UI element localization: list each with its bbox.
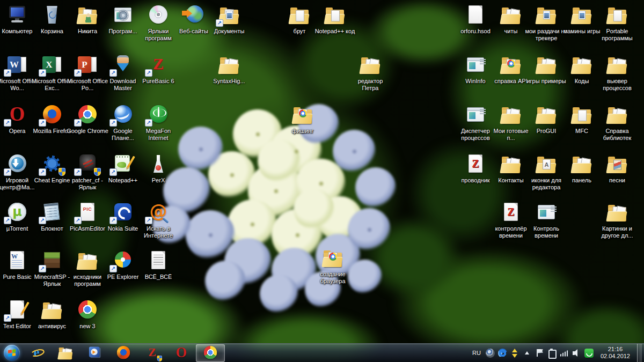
shortcut-arrow-icon: ↗: [39, 217, 46, 224]
shortcut-arrow-icon: ↗: [74, 217, 82, 224]
wininfo-icon: [464, 54, 487, 76]
provodnik-icon: Z: [464, 153, 487, 175]
desktop-icon-perx[interactable]: PerX: [137, 153, 180, 184]
desktop-icon-portable-programs[interactable]: Portable программы: [596, 4, 639, 42]
taskbar-chrome-button[interactable]: [196, 344, 225, 362]
explorer-icon: [57, 345, 74, 361]
moms-games-icon: [570, 4, 594, 26]
desktop-icon-label: Искать в Интернете: [137, 225, 180, 239]
desktop-icon-songs-folder[interactable]: песни: [596, 153, 639, 184]
desktop-icon-label: песни: [596, 177, 639, 184]
taskbar-ie-button[interactable]: e: [22, 344, 51, 362]
desktop-icon-library-help-folder[interactable]: Справка библиотек: [596, 104, 639, 142]
sources-folder-icon: [76, 250, 99, 271]
brut-folder-icon: [288, 4, 311, 26]
desktop-icon-label: Контроль времени: [525, 225, 568, 239]
shortcut-arrow-icon: ↗: [74, 69, 82, 77]
tray-ph-icon[interactable]: [584, 349, 594, 358]
shortcut-arrow-icon: ↗: [109, 265, 117, 272]
text-editor-icon: ↗: [5, 299, 29, 321]
perx-icon: [147, 153, 170, 175]
tray-cam-icon[interactable]: [486, 349, 495, 358]
tray-updown-icon[interactable]: [510, 349, 519, 358]
taskbar-opera-button[interactable]: O: [167, 344, 196, 362]
shortcut-arrow-icon: ↗: [4, 217, 11, 224]
desktop-icon-label: Portable программы: [596, 28, 639, 42]
program-shortcuts-icon: [147, 4, 170, 26]
chrome-icon: ↗: [76, 104, 99, 125]
desktop-icon-megafon-internet[interactable]: ↗ MegaFon Internet: [137, 104, 180, 142]
picasmeditor-icon: PIC↗: [76, 202, 99, 223]
shortcut-arrow-icon: ↗: [39, 119, 46, 127]
desktop-icon-pictures-folder[interactable]: Картинки и другое дл...: [596, 202, 639, 239]
desktop-icon-label: фишинг: [281, 128, 324, 135]
desktop-icon-process-viewer-folder[interactable]: вьювер процессов: [596, 54, 639, 92]
nikita-folder-icon: [76, 4, 99, 26]
desktop-icon-petr-editor-folder[interactable]: редактор Петра: [349, 54, 392, 92]
tray-icons: [486, 349, 594, 358]
shortcut-arrow-icon: ↗: [39, 69, 46, 77]
desktop-icon-time-control[interactable]: Контроль времени: [525, 202, 568, 239]
clock[interactable]: 21:16 02.04.2012: [597, 346, 634, 360]
desktop-icon-label: PerX: [137, 177, 180, 184]
shortcut-arrow-icon: ↗: [74, 119, 82, 127]
show-desktop-button[interactable]: [637, 344, 642, 362]
tray-caret-icon[interactable]: [523, 349, 532, 358]
shortcut-arrow-icon: ↗: [109, 69, 117, 77]
taskbar-firefox-button[interactable]: [109, 344, 138, 362]
shortcut-arrow-icon: ↗: [145, 119, 152, 127]
shortcut-arrow-icon: ↗: [39, 265, 46, 272]
patcher-cf-icon: ↗: [76, 153, 99, 175]
tray-clip-icon[interactable]: [547, 349, 557, 358]
tray-sig-icon[interactable]: [560, 349, 569, 358]
shortcut-arrow-icon: ↗: [4, 119, 11, 127]
my-tracker-uploads-icon: [535, 4, 558, 26]
nokia-suite-icon: ↗: [111, 202, 135, 223]
process-manager-icon: [464, 104, 487, 125]
pictures-folder-icon: [605, 202, 629, 223]
taskbar-buttons: eZO: [22, 344, 225, 362]
taskbar-wmp-button[interactable]: [80, 344, 109, 362]
desktop-icon-label: PureBasic 6: [137, 78, 180, 85]
desktop-icon-vse-vse-file[interactable]: ВСЁ_ВСЁ: [137, 250, 180, 280]
desktop-icon-label: ВСЁ_ВСЁ: [137, 274, 180, 280]
desktop-icon-notepad-code-folder[interactable]: Notepad++ код: [313, 4, 356, 35]
websites-icon: [182, 4, 206, 26]
shortcut-arrow-icon: ↗: [4, 314, 11, 322]
desktop-icon-phishing-folder[interactable]: фишинг: [281, 104, 324, 135]
start-button[interactable]: [4, 345, 20, 361]
language-indicator[interactable]: RU: [471, 350, 482, 356]
panel-folder-icon: [570, 153, 594, 175]
progui-folder-icon: [535, 104, 558, 125]
opera-icon: O: [173, 345, 190, 361]
tray-swirl-icon[interactable]: [498, 349, 507, 358]
shortcut-arrow-icon: ↗: [74, 168, 82, 176]
shortcut-arrow-icon: ↗: [145, 69, 152, 77]
shortcut-arrow-icon: ↗: [109, 168, 117, 176]
utorrent-icon: µ↗: [5, 202, 29, 223]
programs-app-icon: [111, 4, 135, 26]
documents-icon: ↗: [217, 4, 241, 26]
codes-folder-icon: [570, 54, 594, 76]
computer-icon: [5, 4, 29, 26]
firefox-icon: ↗: [40, 104, 64, 125]
desktop-icon-new-3[interactable]: new 3: [66, 299, 109, 330]
tray-flag-icon[interactable]: [535, 349, 544, 358]
chrome-icon: [202, 345, 219, 361]
taskbar-explorer-button[interactable]: [51, 344, 80, 362]
desktop-icon-label: Справка библиотек: [596, 128, 639, 142]
desktop-icon-browser-creation-folder[interactable]: создание браузера: [311, 247, 354, 285]
ms-excel-icon: X↗: [40, 54, 64, 76]
cheat-engine-icon: ↗: [40, 153, 64, 175]
taskbar: eZO RU 21:16 02.04.2012: [0, 343, 644, 362]
browser-creation-folder-icon: [321, 247, 345, 269]
taskbar-purebasic-button[interactable]: Z: [138, 344, 167, 362]
desktop-icon-documents[interactable]: ↗ Документы: [208, 4, 251, 35]
desktop-icon-purebasic-6[interactable]: Z↗ PureBasic 6: [137, 54, 180, 85]
desktop-icon-syntaxhig-folder[interactable]: SyntaxHig...: [208, 54, 251, 85]
phishing-folder-icon: [291, 104, 314, 125]
desktop-icon-search-internet[interactable]: @↗ Искать в Интернете: [137, 202, 180, 239]
shortcut-arrow-icon: ↗: [109, 217, 117, 224]
tray-vol-icon[interactable]: [572, 349, 581, 358]
recycle-bin-icon: [40, 4, 64, 26]
